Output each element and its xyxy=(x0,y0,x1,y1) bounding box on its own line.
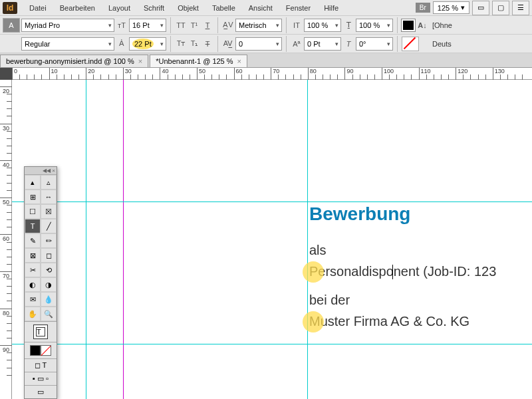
close-icon[interactable]: × xyxy=(138,57,142,65)
screen-mode-icon[interactable]: ▢ xyxy=(492,1,509,15)
leading-dropdown[interactable]: 22 Pt xyxy=(129,37,166,51)
menu-layout[interactable]: Layout xyxy=(102,2,137,14)
char-style-label: [Ohne xyxy=(432,21,452,29)
zoom-tool[interactable]: 🔍 xyxy=(41,307,57,321)
gradient-swatch-tool[interactable]: ◐ xyxy=(25,277,41,292)
guide-margin[interactable] xyxy=(123,80,124,399)
content-collector-tool[interactable]: ☐ xyxy=(25,204,41,219)
rectangle-tool[interactable]: ◻ xyxy=(41,248,57,263)
highlight-marker xyxy=(303,261,324,283)
menu-fenster[interactable]: Fenster xyxy=(279,2,317,14)
menu-tabelle[interactable]: Tabelle xyxy=(205,2,242,14)
tracking-dropdown[interactable]: 0 xyxy=(235,37,282,51)
kerning-icon: A̲V xyxy=(222,19,234,31)
tools-panel[interactable]: ◀◀ × ▴ ▵ ⊞ ↔ ☐ ☒ T ╱ ✎ ✏ ⊠ ◻ ✂ ⟲ ◐ ◑ ✉ 💧… xyxy=(24,166,57,399)
fill-stroke-swatch[interactable]: T xyxy=(25,321,57,342)
note-tool[interactable]: ✉ xyxy=(25,292,41,307)
gap-tool[interactable]: ↔ xyxy=(41,190,57,204)
kerning-value: Metrisch xyxy=(239,21,267,29)
bridge-badge[interactable]: Br xyxy=(416,3,430,13)
arrange-icon[interactable]: ☰ xyxy=(512,1,529,15)
body-text-role[interactable]: Personaldisponent (Job-ID: 123 xyxy=(309,264,496,279)
menu-bearbeiten[interactable]: Bearbeiten xyxy=(53,2,102,14)
hand-tool[interactable]: ✋ xyxy=(25,307,41,321)
selection-tool[interactable]: ▴ xyxy=(25,175,41,190)
line-tool[interactable]: ╱ xyxy=(41,219,57,233)
tab-label: bewerbung-anonymisiert.indd @ 100 % xyxy=(6,57,134,65)
hscale-value: 100 % xyxy=(359,21,380,29)
fill-swatch[interactable] xyxy=(402,19,415,31)
allcaps-icon[interactable]: TT xyxy=(175,19,187,31)
baseline-value: 0 Pt xyxy=(307,40,321,48)
eyedropper-tool[interactable]: 💧 xyxy=(41,292,57,307)
panel-header[interactable]: ◀◀ × xyxy=(25,167,57,175)
highlight-marker xyxy=(303,311,324,332)
skew-value: 0° xyxy=(359,40,366,48)
menu-datei[interactable]: Datei xyxy=(23,2,53,14)
underline-icon[interactable]: T xyxy=(201,19,213,31)
guide-vertical[interactable] xyxy=(307,80,308,399)
hscale-dropdown[interactable]: 100 % xyxy=(356,19,393,32)
font-family-dropdown[interactable]: Myriad Pro xyxy=(21,19,114,32)
text-cursor xyxy=(392,265,393,279)
close-icon[interactable]: × xyxy=(237,57,241,65)
menu-ansicht[interactable]: Ansicht xyxy=(242,2,279,14)
stroke-swatch[interactable] xyxy=(402,37,419,51)
color-mode-row[interactable]: ▪ ▭ ▫ xyxy=(25,372,57,385)
leading-value: 22 Pt xyxy=(132,39,154,49)
page-tool[interactable]: ⊞ xyxy=(25,190,41,204)
strikethrough-icon[interactable]: T xyxy=(201,38,213,50)
guide-horizontal[interactable] xyxy=(12,201,532,202)
guide-horizontal[interactable] xyxy=(12,344,532,344)
default-colors[interactable] xyxy=(25,342,57,358)
body-text[interactable]: als xyxy=(309,243,327,258)
rectangle-frame-tool[interactable]: ⊠ xyxy=(25,248,41,263)
scissors-tool[interactable]: ✂ xyxy=(25,263,41,277)
free-transform-tool[interactable]: ⟲ xyxy=(41,263,57,277)
vscale-value: 100 % xyxy=(307,21,328,29)
language-label: Deuts xyxy=(432,40,452,48)
menu-schrift[interactable]: Schrift xyxy=(137,2,171,14)
char-mode-icon[interactable]: A xyxy=(3,18,20,33)
heading-text[interactable]: Bewerbung xyxy=(309,203,410,225)
menu-objekt[interactable]: Objekt xyxy=(171,2,205,14)
ruler-horizontal[interactable]: 0102030405060708090100110120130 xyxy=(12,68,532,80)
pen-tool[interactable]: ✎ xyxy=(25,233,41,248)
document-tabs: bewerbung-anonymisiert.indd @ 100 %× *Un… xyxy=(0,53,532,68)
hscale-icon: Ṯ xyxy=(342,19,354,31)
content-placer-tool[interactable]: ☒ xyxy=(41,204,57,219)
view-mode-icon[interactable]: ▭ xyxy=(472,1,489,15)
smallcaps-icon[interactable]: Tᴛ xyxy=(175,38,187,50)
view-toggle[interactable]: ▭ xyxy=(25,385,57,398)
font-style-value: Regular xyxy=(25,40,51,48)
body-text[interactable]: bei der xyxy=(309,293,350,308)
superscript-icon[interactable]: T¹ xyxy=(188,19,200,31)
document-canvas[interactable]: Bewerbung als Personaldisponent (Job-ID:… xyxy=(12,80,532,399)
tab-bewerbung[interactable]: bewerbung-anonymisiert.indd @ 100 %× xyxy=(0,55,148,67)
baseline-icon: Aª xyxy=(291,38,303,50)
menu-hilfe[interactable]: Hilfe xyxy=(317,2,345,14)
font-size-dropdown[interactable]: 16 Pt xyxy=(129,19,166,32)
body-text-firma[interactable]: Muster Firma AG & Co. KG xyxy=(309,314,469,329)
baseline-dropdown[interactable]: 0 Pt xyxy=(304,37,341,51)
vscale-icon: IT xyxy=(291,19,303,31)
ruler-vertical[interactable]: 2030405060708090 xyxy=(0,80,12,399)
tab-unbenannt[interactable]: *Unbenannt-1 @ 125 %× xyxy=(150,55,247,67)
font-size-icon: тT xyxy=(116,19,128,31)
type-tool[interactable]: T xyxy=(25,219,41,233)
direct-selection-tool[interactable]: ▵ xyxy=(41,175,57,190)
kerning-dropdown[interactable]: Metrisch xyxy=(235,19,282,32)
font-family-value: Myriad Pro xyxy=(25,21,60,29)
workspace: 2030405060708090 Bewerbung als Personald… xyxy=(0,80,532,399)
apply-color[interactable]: ◻ T xyxy=(25,358,57,372)
font-style-dropdown[interactable]: Regular xyxy=(21,37,114,51)
guide-vertical[interactable] xyxy=(86,80,86,399)
vscale-dropdown[interactable]: 100 % xyxy=(304,19,341,32)
subscript-icon[interactable]: T₁ xyxy=(188,38,200,50)
pencil-tool[interactable]: ✏ xyxy=(41,233,57,248)
font-size-value: 16 Pt xyxy=(132,21,150,29)
leading-icon: Ȧ xyxy=(116,38,128,50)
zoom-selector[interactable]: 125 %▾ xyxy=(433,1,469,14)
gradient-feather-tool[interactable]: ◑ xyxy=(41,277,57,292)
skew-dropdown[interactable]: 0° xyxy=(356,37,393,51)
